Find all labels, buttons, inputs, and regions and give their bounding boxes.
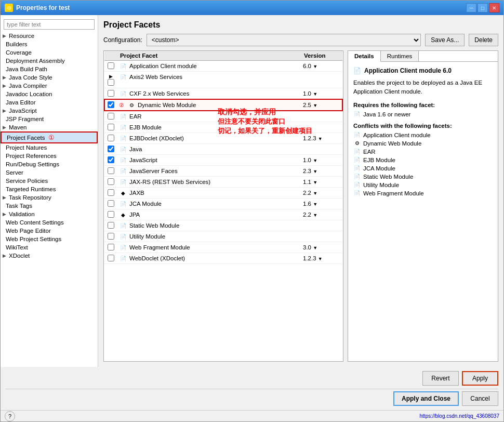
cancel-button[interactable]: Cancel bbox=[462, 391, 498, 406]
facet-checkbox[interactable] bbox=[108, 167, 114, 174]
table-row: 📄JCA Module1.6 ▼ bbox=[104, 199, 342, 209]
facet-checkbox[interactable] bbox=[108, 211, 114, 218]
facet-checkbox[interactable] bbox=[108, 113, 114, 120]
minimize-button[interactable]: ─ bbox=[466, 3, 476, 12]
apply-and-close-button[interactable]: Apply and Close bbox=[393, 391, 459, 406]
version-dropdown-arrow[interactable]: ▼ bbox=[313, 64, 317, 69]
sidebar-item-resource[interactable]: ▶ Resource bbox=[1, 32, 98, 40]
version-dropdown-arrow[interactable]: ▼ bbox=[318, 136, 323, 141]
config-select[interactable]: <custom> bbox=[147, 34, 421, 46]
facet-checkbox[interactable] bbox=[108, 90, 114, 97]
sidebar-item-java-editor[interactable]: Java Editor bbox=[1, 98, 98, 107]
facet-name-cell: 📄Application Client module bbox=[117, 61, 301, 71]
col-checkbox bbox=[104, 51, 117, 61]
version-dropdown-arrow[interactable]: ▼ bbox=[313, 169, 317, 174]
version-dropdown-arrow[interactable]: ▼ bbox=[313, 103, 317, 108]
sidebar-item-builders[interactable]: Builders bbox=[1, 40, 98, 48]
delete-button[interactable]: Delete bbox=[469, 34, 498, 46]
sidebar-item-targeted-runtimes[interactable]: Targeted Runtimes bbox=[1, 185, 98, 193]
sidebar-item-jsp-fragment[interactable]: JSP Fragment bbox=[1, 115, 98, 123]
version-dropdown-arrow[interactable]: ▼ bbox=[313, 202, 317, 207]
save-as-button[interactable]: Save As... bbox=[425, 34, 465, 46]
table-row: 📄CXF 2.x Web Services1.0 ▼ bbox=[104, 88, 342, 100]
sidebar-item-web-content[interactable]: Web Content Settings bbox=[1, 218, 98, 227]
facet-checkbox[interactable] bbox=[108, 156, 114, 163]
facet-version-cell: 2.3 ▼ bbox=[301, 166, 342, 177]
facet-checkbox[interactable] bbox=[108, 222, 114, 229]
facet-checkbox[interactable] bbox=[108, 79, 114, 86]
window-title: Properties for test bbox=[16, 4, 70, 11]
title-bar-left: ⚙ Properties for test bbox=[5, 4, 70, 12]
sidebar-item-task-repository[interactable]: ▶ Task Repository bbox=[1, 193, 98, 202]
facet-type-icon: 📄 bbox=[119, 156, 127, 164]
conflict-label: Utility Module bbox=[363, 182, 399, 188]
conflict-label: EAR bbox=[363, 149, 376, 155]
sidebar-item-label: Builders bbox=[6, 41, 28, 47]
facet-checkbox[interactable] bbox=[108, 101, 114, 108]
row-checkbox-cell bbox=[104, 220, 117, 231]
table-row: 📄Web Fragment Module3.0 ▼ bbox=[104, 242, 342, 253]
facet-name-label: EAR bbox=[129, 113, 142, 120]
sidebar-item-deployment-assembly[interactable]: Deployment Assembly bbox=[1, 57, 98, 65]
apply-button[interactable]: Apply bbox=[462, 371, 498, 386]
sidebar-item-project-references[interactable]: Project References bbox=[1, 152, 98, 160]
facet-checkbox[interactable] bbox=[108, 146, 114, 152]
facet-version: 1.2.3 bbox=[303, 135, 316, 141]
revert-button[interactable]: Revert bbox=[422, 371, 459, 386]
sidebar-item-task-tags[interactable]: Task Tags bbox=[1, 202, 98, 210]
facet-checkbox[interactable] bbox=[108, 124, 114, 130]
facet-checkbox[interactable] bbox=[108, 178, 114, 185]
details-requires-title: Requires the following facet: bbox=[353, 102, 493, 108]
tab-runtimes[interactable]: Runtimes bbox=[381, 51, 419, 61]
facet-version: 2.5 bbox=[303, 102, 311, 108]
sidebar-item-coverage[interactable]: Coverage bbox=[1, 48, 98, 57]
version-dropdown-arrow[interactable]: ▼ bbox=[313, 191, 317, 196]
search-input[interactable] bbox=[4, 19, 95, 30]
version-dropdown-arrow[interactable]: ▼ bbox=[313, 180, 317, 185]
sidebar-item-server[interactable]: Server bbox=[1, 168, 98, 177]
sidebar-item-java-compiler[interactable]: ▶ Java Compiler bbox=[1, 82, 98, 90]
facet-checkbox[interactable] bbox=[108, 200, 114, 207]
sidebar-item-xdoclet[interactable]: ▶ XDoclet bbox=[1, 252, 98, 260]
facet-version-cell: 2.2 ▼ bbox=[301, 188, 342, 199]
row-checkbox-cell bbox=[104, 177, 117, 188]
version-dropdown-arrow[interactable]: ▼ bbox=[313, 213, 317, 218]
facet-checkbox[interactable] bbox=[108, 135, 114, 141]
conflict-icon: 📄 bbox=[353, 190, 361, 197]
help-button[interactable]: ? bbox=[5, 411, 15, 421]
sidebar-item-web-page-editor[interactable]: Web Page Editor bbox=[1, 227, 98, 235]
sidebar-item-service-policies[interactable]: Service Policies bbox=[1, 177, 98, 185]
sidebar-item-project-facets[interactable]: Project Facets ① bbox=[1, 131, 98, 143]
sidebar-item-project-natures[interactable]: Project Natures bbox=[1, 143, 98, 152]
facet-checkbox[interactable] bbox=[108, 255, 114, 261]
facet-checkbox[interactable] bbox=[108, 189, 114, 196]
sidebar-item-web-project-settings[interactable]: Web Project Settings bbox=[1, 235, 98, 243]
facet-version: 1.0 bbox=[303, 157, 311, 163]
table-row: 📄EJB Module bbox=[104, 122, 342, 133]
facet-checkbox[interactable] bbox=[108, 233, 114, 240]
version-dropdown-arrow[interactable]: ▼ bbox=[318, 256, 323, 261]
sidebar-item-javadoc-location[interactable]: Javadoc Location bbox=[1, 90, 98, 98]
version-dropdown-arrow[interactable]: ▼ bbox=[313, 158, 317, 163]
sidebar-item-maven[interactable]: ▶ Maven bbox=[1, 123, 98, 131]
conflict-item: 📄Utility Module bbox=[353, 181, 493, 189]
sidebar-item-run-debug[interactable]: Run/Debug Settings bbox=[1, 160, 98, 168]
sidebar-item-java-build-path[interactable]: Java Build Path bbox=[1, 65, 98, 73]
close-button[interactable]: ✕ bbox=[489, 3, 499, 12]
facet-checkbox[interactable] bbox=[108, 244, 114, 250]
version-dropdown-arrow[interactable]: ▼ bbox=[313, 245, 317, 250]
sidebar-item-java-code-style[interactable]: ▶ Java Code Style bbox=[1, 73, 98, 82]
version-dropdown-arrow[interactable]: ▼ bbox=[313, 91, 317, 97]
sidebar-item-label: XDoclet bbox=[9, 253, 30, 259]
sidebar-item-wikitext[interactable]: WikiText bbox=[1, 243, 98, 252]
tab-details[interactable]: Details bbox=[348, 51, 381, 62]
sidebar-item-validation[interactable]: ▶ Validation bbox=[1, 210, 98, 218]
facets-area: Project Facet Version 📄Application Clien… bbox=[103, 50, 498, 362]
maximize-button[interactable]: □ bbox=[478, 3, 488, 12]
facet-name-cell: 📄JavaScript bbox=[117, 155, 301, 165]
facet-checkbox[interactable] bbox=[108, 62, 114, 69]
sidebar-item-javascript[interactable]: ▶ JavaScript bbox=[1, 107, 98, 115]
facet-name-cell: 📄JavaServer Faces bbox=[117, 166, 301, 176]
facet-type-icon: 📄 bbox=[119, 134, 127, 142]
facet-name-label: JCA Module bbox=[129, 201, 162, 207]
